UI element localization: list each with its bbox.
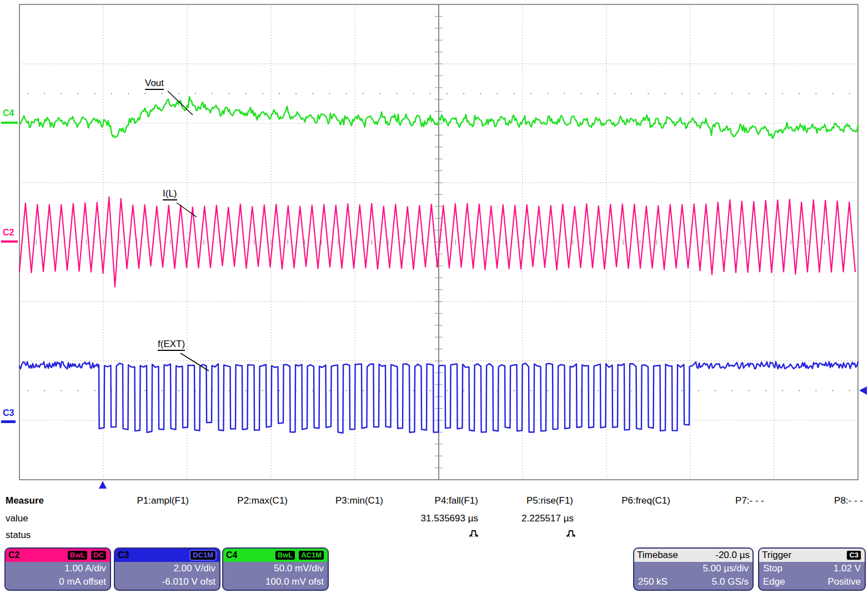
measure-p6-label[interactable]: P6:freq(C1) bbox=[621, 495, 670, 506]
c4-ground-marker[interactable] bbox=[1, 122, 18, 124]
trigger-slope: Positive bbox=[827, 576, 861, 587]
measure-p4-value: 31.535693 µs bbox=[421, 513, 478, 524]
channel-c4-descriptor-box[interactable]: C4 BwL AC1M 50.0 mV/div 100.0 mV ofst bbox=[222, 547, 329, 591]
c4-offset-row: 100.0 mV ofst bbox=[223, 575, 328, 589]
trigger-type-row: Edge Positive bbox=[759, 575, 865, 589]
c3-ground-marker[interactable] bbox=[1, 420, 16, 423]
timebase-scale-row: 5.00 µs/div bbox=[634, 562, 752, 575]
c2-box-header: C2 BwL DC bbox=[6, 549, 110, 562]
c2-box-title: C2 bbox=[8, 550, 19, 560]
c2-offset-value: 0 mA offset bbox=[59, 576, 106, 587]
measure-p5-label[interactable]: P5:rise(F1) bbox=[526, 495, 573, 506]
measure-p7-label[interactable]: P7:- - - bbox=[735, 495, 764, 506]
c4-scale-value: 50.0 mV/div bbox=[274, 563, 324, 574]
c3-box-title: C3 bbox=[118, 550, 129, 560]
c4-offset-value: 100.0 mV ofst bbox=[265, 576, 324, 587]
c4-coupling-badge: AC1M bbox=[298, 550, 325, 561]
c4-bwl-badge: BwL bbox=[274, 550, 296, 561]
il-trace-label: I(L) bbox=[163, 189, 177, 200]
measure-p1-label[interactable]: P1:ampl(F1) bbox=[137, 495, 189, 506]
timebase-sampling-row: 250 kS 5.0 GS/s bbox=[634, 575, 752, 589]
status-row-title: status bbox=[6, 530, 31, 541]
channel-marker-c4[interactable]: C4 bbox=[3, 109, 14, 118]
c3-coupling-badge: DC1M bbox=[189, 550, 217, 561]
measure-p5-value: 2.225517 µs bbox=[521, 513, 574, 524]
pulse-status-icon bbox=[565, 529, 576, 538]
fext-trace-label: f(EXT) bbox=[158, 339, 185, 351]
waveform-plot bbox=[0, 0, 868, 492]
channel-c2-descriptor-box[interactable]: C2 BwL DC 1.00 A/div 0 mA offset bbox=[4, 547, 111, 591]
c3-offset-value: -6.010 V ofst bbox=[162, 576, 215, 587]
trigger-descriptor-box[interactable]: Trigger C3 Stop 1.02 V Edge Positive bbox=[758, 547, 866, 591]
c3-offset-row: -6.010 V ofst bbox=[115, 575, 219, 589]
trigger-box-header: Trigger C3 bbox=[759, 549, 865, 562]
c3-scale-value: 2.00 V/div bbox=[173, 563, 215, 574]
vout-trace-label: Vout bbox=[145, 78, 164, 90]
c2-offset-row: 0 mA offset bbox=[6, 575, 110, 589]
timebase-box-header: Timebase -20.0 µs bbox=[634, 549, 752, 562]
measure-p2-label[interactable]: P2:max(C1) bbox=[237, 495, 288, 506]
timebase-samples: 250 kS bbox=[638, 576, 668, 587]
channel-marker-c2[interactable]: C2 bbox=[3, 228, 14, 237]
c2-scale-row: 1.00 A/div bbox=[6, 562, 110, 575]
c2-ground-marker[interactable] bbox=[1, 240, 18, 243]
trigger-mode: Stop bbox=[763, 563, 782, 574]
channel-c3-descriptor-box[interactable]: C3 DC1M 2.00 V/div -6.010 V ofst bbox=[114, 547, 220, 591]
channel-marker-c3[interactable]: C3 bbox=[3, 409, 14, 418]
measure-p3-label[interactable]: P3:min(C1) bbox=[335, 495, 383, 506]
c4-box-header: C4 BwL AC1M bbox=[223, 549, 328, 562]
c2-bwl-badge: BwL bbox=[67, 550, 88, 561]
trigger-time-marker[interactable] bbox=[99, 481, 107, 489]
value-row-title: value bbox=[6, 513, 28, 524]
c2-coupling-badge: DC bbox=[90, 550, 107, 561]
trigger-mode-row: Stop 1.02 V bbox=[759, 562, 865, 575]
trigger-type: Edge bbox=[763, 576, 785, 587]
timebase-per-div: 5.00 µs/div bbox=[703, 563, 749, 574]
trigger-level: 1.02 V bbox=[834, 563, 861, 574]
c3-scale-row: 2.00 V/div bbox=[115, 562, 219, 575]
c4-scale-row: 50.0 mV/div bbox=[223, 562, 328, 575]
oscilloscope-screen: { "colors": { "c2_pink": "#ff0f82", "c3_… bbox=[0, 0, 868, 593]
timebase-title: Timebase bbox=[637, 550, 678, 561]
c2-scale-value: 1.00 A/div bbox=[64, 563, 106, 574]
measure-p8-label[interactable]: P8:- - - bbox=[834, 495, 863, 506]
trigger-source-badge: C3 bbox=[846, 550, 862, 561]
trigger-title: Trigger bbox=[762, 550, 791, 561]
timebase-delay-value: -20.0 µs bbox=[715, 550, 750, 561]
timebase-sample-rate: 5.0 GS/s bbox=[712, 576, 749, 587]
pulse-status-icon bbox=[468, 529, 479, 538]
timebase-descriptor-box[interactable]: Timebase -20.0 µs 5.00 µs/div 250 kS 5.0… bbox=[633, 547, 754, 591]
measure-p4-label[interactable]: P4:fall(F1) bbox=[435, 495, 478, 506]
c4-box-title: C4 bbox=[226, 550, 237, 560]
measure-row-title: Measure bbox=[6, 495, 44, 506]
c3-box-header: C3 DC1M bbox=[115, 549, 219, 562]
trigger-level-marker[interactable] bbox=[859, 386, 867, 395]
